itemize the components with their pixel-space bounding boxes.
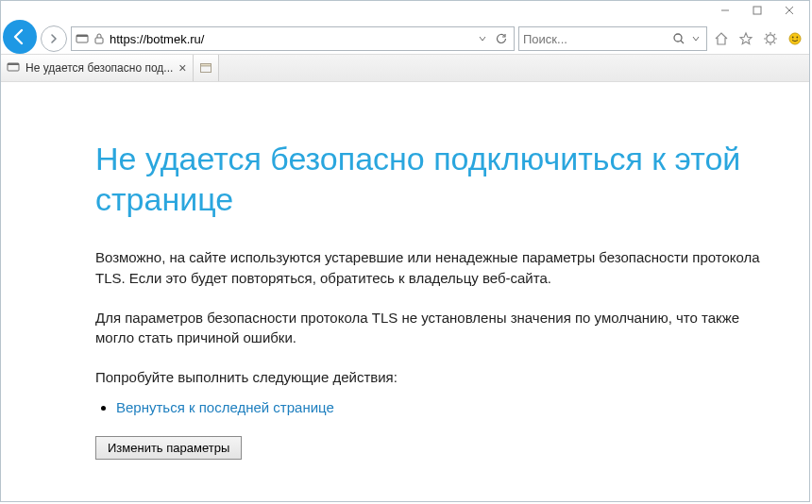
svg-line-15 [774,42,775,43]
error-action-list: Вернуться к последней странице [95,399,783,415]
tab-close-icon[interactable]: × [178,61,186,75]
error-page: Не удается безопасно подключиться к этой… [1,82,809,479]
error-heading: Не удается безопасно подключиться к этой… [95,139,783,219]
svg-point-18 [789,33,801,44]
favorites-icon[interactable] [736,28,756,49]
svg-point-19 [792,37,794,39]
site-identity-icon [76,33,89,44]
svg-line-14 [766,34,767,35]
back-button[interactable] [3,20,37,54]
tab-strip: Не удается безопасно под... × [1,54,809,82]
lock-icon [93,33,106,44]
minimize-button[interactable] [709,1,741,20]
nav-bar: https://botmek.ru/ Поиск... [1,24,809,54]
svg-rect-22 [8,63,19,65]
new-tab-button[interactable] [194,55,219,81]
maximize-button[interactable] [741,1,773,20]
svg-point-7 [674,34,682,42]
go-back-link[interactable]: Вернуться к последней странице [116,399,334,415]
search-box[interactable]: Поиск... [518,26,707,51]
browser-window: https://botmek.ru/ Поиск... [0,0,810,502]
change-settings-button[interactable]: Изменить параметры [95,436,242,460]
tab-active[interactable]: Не удается безопасно под... × [1,55,194,81]
svg-rect-1 [753,7,761,14]
svg-line-16 [766,42,767,43]
tools-icon[interactable] [760,28,781,49]
svg-rect-6 [95,38,103,43]
search-placeholder: Поиск... [523,32,668,46]
svg-line-17 [774,34,775,35]
list-item: Вернуться к последней странице [116,399,783,415]
svg-point-20 [796,37,798,39]
tab-error-icon [7,61,20,76]
tab-title: Не удается безопасно под... [25,61,173,75]
error-paragraph-3: Попробуйте выполнить следующие действия: [95,367,775,388]
titlebar [1,1,809,24]
forward-button[interactable] [41,25,67,52]
address-bar[interactable]: https://botmek.ru/ [71,26,515,51]
home-icon[interactable] [711,28,732,49]
url-text[interactable]: https://botmek.ru/ [110,32,472,46]
search-dropdown-icon[interactable] [689,35,702,42]
error-paragraph-2: Для параметров безопасности протокола TL… [95,308,775,349]
error-paragraph-1: Возможно, на сайте используются устаревш… [95,247,775,289]
svg-line-8 [681,41,684,43]
smiley-icon[interactable] [785,28,805,49]
svg-rect-5 [76,35,88,37]
refresh-icon[interactable] [493,32,510,45]
svg-rect-24 [200,64,211,66]
dropdown-icon[interactable] [476,35,489,42]
close-window-button[interactable] [773,1,805,20]
search-icon[interactable] [672,32,685,45]
svg-point-9 [767,35,774,42]
